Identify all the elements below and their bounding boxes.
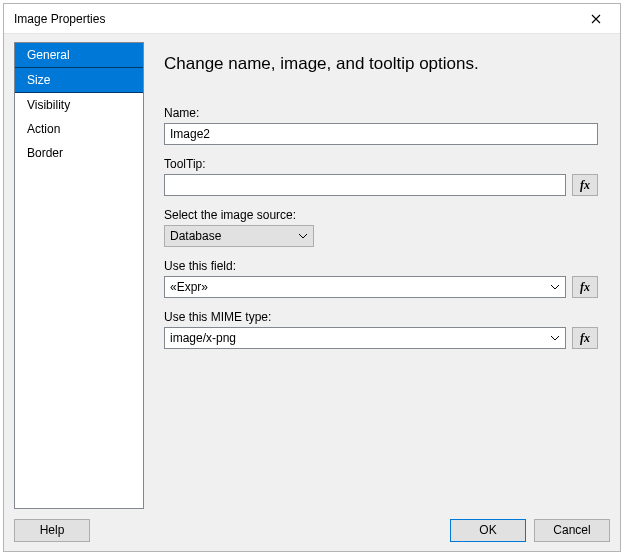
sidebar-item-general[interactable]: General [15,43,143,67]
mime-type-select[interactable]: image/x-png [164,327,566,349]
sidebar-item-label: Action [27,122,60,136]
fx-icon: fx [580,331,590,346]
mime-type-value: image/x-png [170,331,546,345]
window-title: Image Properties [14,12,580,26]
sidebar-item-label: Visibility [27,98,70,112]
cancel-button[interactable]: Cancel [534,519,610,542]
tooltip-expression-button[interactable]: fx [572,174,598,196]
chevron-down-icon [546,329,563,347]
sidebar-item-visibility[interactable]: Visibility [15,93,143,117]
help-button[interactable]: Help [14,519,90,542]
titlebar: Image Properties [4,4,620,34]
dialog-footer: Help OK Cancel [4,509,620,551]
mime-type-label: Use this MIME type: [164,310,598,324]
tooltip-input[interactable] [164,174,566,196]
close-icon [591,14,601,24]
use-field-select[interactable]: «Expr» [164,276,566,298]
field-expression-button[interactable]: fx [572,276,598,298]
dialog-body: General Size Visibility Action Border Ch… [4,34,620,509]
mime-expression-button[interactable]: fx [572,327,598,349]
fx-icon: fx [580,280,590,295]
sidebar-item-label: General [27,48,70,62]
image-source-value: Database [170,229,294,243]
sidebar-item-label: Border [27,146,63,160]
ok-button[interactable]: OK [450,519,526,542]
image-source-label: Select the image source: [164,208,598,222]
page-heading: Change name, image, and tooltip options. [164,54,598,74]
use-field-value: «Expr» [170,280,546,294]
sidebar-item-size[interactable]: Size [15,67,143,93]
close-button[interactable] [580,8,612,30]
name-input[interactable] [164,123,598,145]
tooltip-label: ToolTip: [164,157,598,171]
image-source-select[interactable]: Database [164,225,314,247]
chevron-down-icon [546,278,563,296]
name-label: Name: [164,106,598,120]
content-panel: Change name, image, and tooltip options.… [150,42,610,509]
chevron-down-icon [294,227,311,245]
sidebar-item-action[interactable]: Action [15,117,143,141]
category-sidebar: General Size Visibility Action Border [14,42,144,509]
sidebar-item-label: Size [27,73,50,87]
image-properties-dialog: Image Properties General Size Visibility… [3,3,621,552]
use-field-label: Use this field: [164,259,598,273]
sidebar-item-border[interactable]: Border [15,141,143,165]
fx-icon: fx [580,178,590,193]
